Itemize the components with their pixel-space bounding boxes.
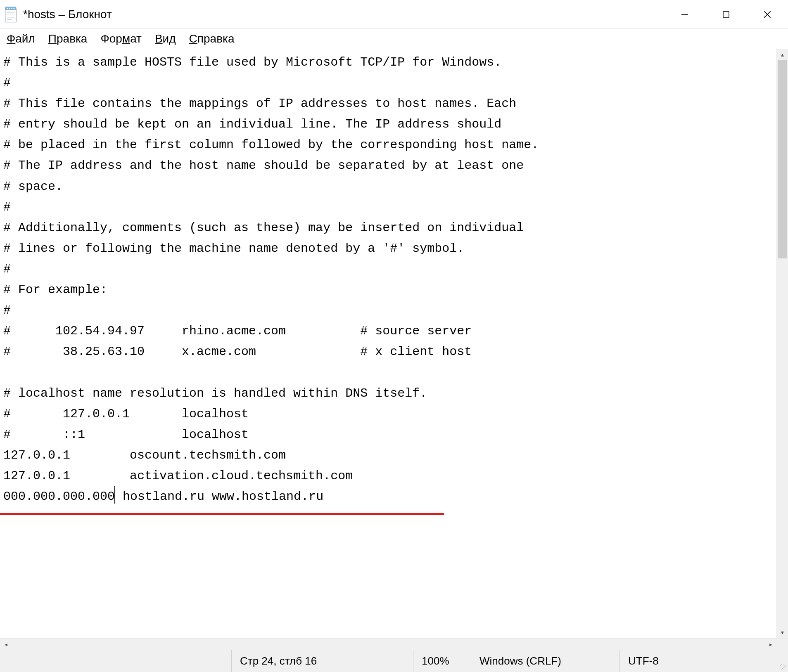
maximize-button[interactable] [705, 0, 747, 28]
svg-rect-11 [723, 12, 729, 17]
close-button[interactable] [747, 0, 788, 28]
menu-help[interactable]: Справка [187, 31, 237, 46]
menu-bar: Файл Правка Формат Вид Справка [0, 29, 788, 49]
svg-point-3 [9, 8, 10, 9]
scroll-down-arrow-icon[interactable]: ▾ [777, 627, 788, 638]
menu-edit[interactable]: Правка [46, 31, 90, 46]
resize-grip-icon[interactable] [776, 650, 788, 672]
minimize-button[interactable] [664, 0, 705, 28]
editor-container: # This is a sample HOSTS file used by Mi… [0, 49, 788, 638]
horizontal-scrollbar[interactable]: ◂ ▸ [0, 638, 788, 650]
scroll-left-arrow-icon[interactable]: ◂ [0, 639, 12, 650]
text-editor[interactable]: # This is a sample HOSTS file used by Mi… [0, 49, 776, 638]
annotation-underline [0, 513, 444, 515]
svg-point-2 [7, 8, 8, 9]
menu-view[interactable]: Вид [152, 31, 178, 46]
scroll-up-arrow-icon[interactable]: ▴ [777, 49, 788, 60]
status-caret-position: Стр 24, стлб 16 [231, 650, 413, 672]
vertical-scroll-track[interactable] [777, 60, 788, 627]
status-zoom: 100% [413, 650, 471, 672]
scrollbar-corner [776, 639, 788, 650]
vertical-scrollbar[interactable]: ▴ ▾ [776, 49, 788, 638]
status-spacer [0, 650, 231, 672]
menu-file[interactable]: Файл [4, 31, 38, 46]
menu-format[interactable]: Формат [98, 31, 144, 46]
svg-point-4 [11, 8, 12, 9]
notepad-icon [4, 6, 17, 23]
status-encoding: UTF-8 [619, 650, 776, 672]
scroll-right-arrow-icon[interactable]: ▸ [765, 639, 776, 650]
window-controls [664, 0, 788, 28]
svg-point-5 [14, 8, 15, 9]
window-title: *hosts – Блокнот [23, 8, 664, 21]
status-bar: Стр 24, стлб 16 100% Windows (CRLF) UTF-… [0, 650, 788, 672]
horizontal-scroll-track[interactable] [12, 639, 765, 650]
title-bar: *hosts – Блокнот [0, 0, 788, 29]
vertical-scroll-thumb[interactable] [778, 60, 787, 258]
status-line-ending: Windows (CRLF) [471, 650, 619, 672]
